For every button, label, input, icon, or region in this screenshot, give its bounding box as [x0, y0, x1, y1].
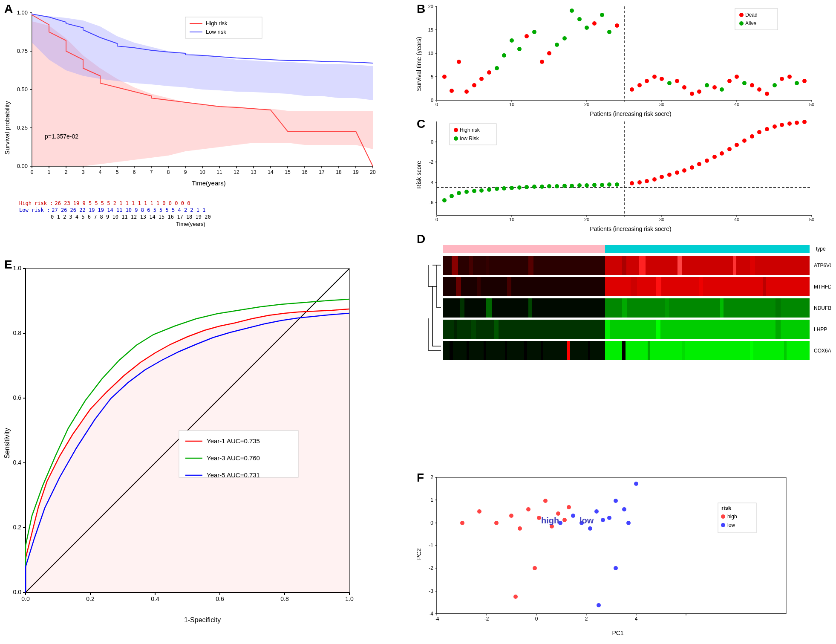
svg-text:1.0: 1.0	[345, 595, 354, 602]
svg-rect-220	[469, 256, 473, 275]
svg-rect-255	[520, 320, 523, 339]
svg-point-381	[597, 603, 601, 607]
svg-text:7: 7	[150, 169, 153, 175]
svg-point-117	[705, 83, 709, 87]
svg-point-115	[690, 92, 694, 96]
svg-point-361	[526, 507, 530, 511]
svg-text:0.25: 0.25	[17, 124, 28, 131]
panel-a-low-risk-legend: Low risk	[206, 29, 226, 35]
svg-rect-226	[733, 256, 736, 275]
svg-point-92	[510, 38, 514, 43]
svg-point-162	[450, 194, 454, 198]
svg-text:Year-5 AUC=0.731: Year-5 AUC=0.731	[207, 471, 260, 479]
svg-text:0.2: 0.2	[13, 524, 22, 531]
svg-text:13: 13	[251, 169, 257, 175]
time-axis-values: 0 1 2 3 4 5 6 7 8 9 10 11 12 13 14 15 16…	[51, 214, 211, 220]
svg-point-107	[630, 87, 634, 92]
svg-text:high: high	[727, 514, 737, 520]
svg-point-108	[637, 83, 642, 87]
svg-point-182	[600, 183, 604, 187]
svg-point-172	[525, 185, 529, 189]
svg-point-358	[494, 521, 499, 525]
svg-text:0.6: 0.6	[13, 394, 22, 401]
svg-text:0.50: 0.50	[17, 86, 28, 92]
panel-b-y-label: Survival time (years)	[415, 37, 422, 91]
svg-point-93	[517, 47, 522, 51]
svg-text:COX6A2: COX6A2	[814, 348, 831, 354]
svg-text:12: 12	[234, 169, 239, 175]
panel-c: C Risk score Patients (increasing risk s…	[413, 115, 836, 237]
svg-text:20: 20	[428, 4, 433, 9]
svg-rect-276	[784, 341, 787, 360]
svg-text:-4: -4	[435, 616, 439, 622]
svg-text:type: type	[816, 246, 826, 252]
svg-text:18: 18	[336, 169, 342, 175]
svg-point-124	[757, 87, 761, 92]
svg-text:High risk: High risk	[460, 127, 480, 133]
svg-text:15: 15	[285, 169, 291, 175]
svg-point-125	[765, 92, 769, 96]
svg-rect-264	[467, 341, 469, 360]
svg-point-198	[727, 147, 732, 151]
svg-text:low Risk: low Risk	[460, 136, 479, 142]
panel-a-time-label: Time(years)	[176, 221, 205, 227]
svg-text:0.0: 0.0	[21, 595, 30, 602]
svg-text:19: 19	[353, 169, 359, 175]
svg-text:0.6: 0.6	[216, 595, 224, 602]
svg-point-175	[547, 184, 551, 188]
svg-rect-225	[677, 256, 682, 275]
svg-rect-219	[452, 256, 458, 275]
svg-point-105	[607, 30, 611, 34]
svg-point-177	[562, 184, 567, 188]
svg-text:6: 6	[133, 169, 136, 175]
svg-rect-274	[716, 341, 718, 360]
svg-point-122	[742, 81, 747, 85]
svg-text:-4: -4	[429, 180, 433, 185]
svg-point-357	[477, 509, 481, 514]
svg-rect-266	[505, 341, 507, 360]
svg-point-192	[682, 168, 686, 173]
svg-text:1.00: 1.00	[17, 9, 28, 16]
svg-point-109	[645, 79, 649, 83]
svg-point-366	[562, 518, 567, 522]
svg-point-84	[450, 89, 454, 93]
svg-point-201	[750, 134, 754, 139]
svg-text:50: 50	[809, 102, 814, 107]
svg-point-362	[537, 516, 541, 520]
svg-point-365	[556, 511, 560, 516]
svg-point-98	[555, 43, 559, 47]
svg-point-102	[585, 26, 589, 30]
svg-point-101	[577, 17, 582, 21]
svg-point-194	[697, 162, 701, 166]
svg-point-104	[600, 13, 604, 17]
svg-text:1: 1	[48, 169, 51, 175]
svg-text:5: 5	[116, 169, 119, 175]
svg-point-176	[555, 184, 559, 188]
svg-text:20: 20	[584, 217, 589, 222]
svg-text:0.4: 0.4	[151, 595, 159, 602]
svg-point-377	[614, 499, 618, 503]
svg-point-179	[577, 183, 582, 188]
svg-point-180	[585, 183, 589, 188]
svg-point-173	[532, 185, 536, 189]
svg-rect-248	[775, 298, 781, 318]
svg-text:1: 1	[430, 497, 433, 503]
svg-point-207	[795, 121, 799, 125]
svg-point-184	[615, 182, 619, 187]
svg-text:10: 10	[509, 102, 514, 107]
svg-point-178	[570, 184, 574, 188]
svg-text:Year-1 AUC=0.735: Year-1 AUC=0.735	[207, 437, 260, 445]
svg-text:1.0: 1.0	[13, 265, 22, 271]
svg-text:50: 50	[809, 217, 814, 222]
svg-text:2: 2	[585, 616, 588, 622]
svg-text:NDUFB9: NDUFB9	[814, 305, 831, 311]
svg-point-170	[510, 186, 514, 190]
svg-text:Year-3 AUC=0.760: Year-3 AUC=0.760	[207, 454, 260, 462]
svg-rect-270	[588, 341, 590, 360]
svg-text:0.4: 0.4	[13, 459, 22, 466]
svg-text:-2: -2	[429, 159, 433, 165]
svg-point-113	[675, 79, 679, 83]
svg-text:14: 14	[268, 169, 274, 175]
svg-point-97	[547, 51, 551, 55]
high-risk-table-label: High risk :	[19, 200, 53, 206]
